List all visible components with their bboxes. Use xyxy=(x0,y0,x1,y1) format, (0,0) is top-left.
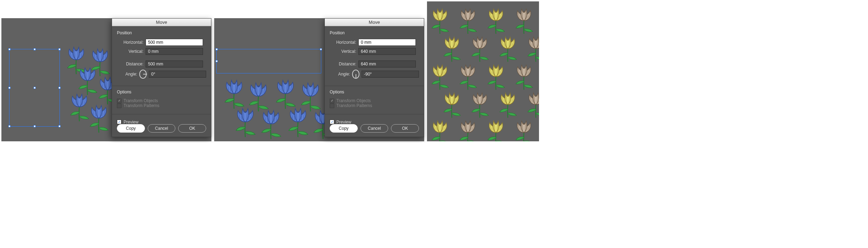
cancel-button[interactable]: Cancel xyxy=(360,124,388,133)
ok-button[interactable]: OK xyxy=(391,124,419,133)
angle-input[interactable] xyxy=(362,71,419,78)
options-heading: Options xyxy=(330,90,419,94)
transform-patterns-label: Transform Patterns xyxy=(124,103,159,108)
move-dialog-1: Move Position Horizontal: Vertical: Dist… xyxy=(112,18,211,137)
flower-cluster-blue xyxy=(57,39,117,141)
position-heading: Position xyxy=(330,30,419,35)
transform-objects-checkbox: Transform Objects xyxy=(117,98,158,103)
horizontal-input[interactable] xyxy=(358,39,416,46)
preview-label: Preview xyxy=(336,120,351,125)
checkbox-icon xyxy=(330,99,334,103)
handle-ml[interactable] xyxy=(216,60,218,62)
angle-label: Angle: xyxy=(117,72,137,77)
checkbox-icon xyxy=(117,104,121,108)
vertical-label: Vertical: xyxy=(330,49,356,54)
transform-patterns-checkbox: Transform Patterns xyxy=(330,103,372,108)
vertical-input[interactable] xyxy=(358,48,416,55)
canvas-result xyxy=(427,1,539,141)
copy-button[interactable]: Copy xyxy=(330,124,358,133)
transform-objects-checkbox: Transform Objects xyxy=(330,98,371,103)
checkbox-icon xyxy=(117,120,121,124)
horizontal-label: Horizontal: xyxy=(117,40,144,45)
ok-button[interactable]: OK xyxy=(178,124,206,133)
transform-objects-label: Transform Objects xyxy=(336,98,371,103)
flower-pattern xyxy=(427,1,539,141)
preview-checkbox[interactable]: Preview xyxy=(117,120,139,125)
selection-rect[interactable] xyxy=(216,49,321,73)
handle-bl[interactable] xyxy=(8,125,10,127)
vertical-input[interactable] xyxy=(146,48,203,55)
preview-checkbox[interactable]: Preview xyxy=(330,120,351,125)
dialog-title[interactable]: Move xyxy=(325,19,424,26)
checkbox-icon xyxy=(330,120,334,124)
options-heading: Options xyxy=(117,90,206,94)
transform-patterns-checkbox: Transform Patterns xyxy=(117,103,159,108)
distance-input[interactable] xyxy=(358,61,416,68)
transform-patterns-label: Transform Patterns xyxy=(336,103,372,108)
vertical-label: Vertical: xyxy=(117,49,144,54)
move-dialog-2: Move Position Horizontal: Vertical: Dist… xyxy=(324,18,424,137)
preview-label: Preview xyxy=(124,120,139,125)
selection-rect[interactable] xyxy=(9,49,60,127)
transform-objects-label: Transform Objects xyxy=(124,98,158,103)
distance-input[interactable] xyxy=(146,61,203,68)
cancel-button[interactable]: Cancel xyxy=(148,124,176,133)
angle-needle xyxy=(143,74,147,75)
handle-tl[interactable] xyxy=(8,48,10,50)
handle-center[interactable] xyxy=(34,87,36,89)
checkbox-icon xyxy=(330,104,334,108)
distance-label: Distance: xyxy=(330,62,356,66)
angle-needle xyxy=(356,74,356,78)
copy-button[interactable]: Copy xyxy=(117,124,145,133)
handle-tr[interactable] xyxy=(320,48,322,50)
angle-dial[interactable] xyxy=(139,70,147,79)
position-heading: Position xyxy=(117,30,206,35)
horizontal-input[interactable] xyxy=(146,39,203,46)
checkbox-icon xyxy=(117,99,121,103)
handle-tm[interactable] xyxy=(34,48,36,50)
handle-bm[interactable] xyxy=(34,125,36,127)
horizontal-label: Horizontal: xyxy=(330,40,356,45)
angle-label: Angle: xyxy=(330,72,350,77)
handle-tl[interactable] xyxy=(216,48,218,50)
flower-grid-blue xyxy=(216,73,328,141)
handle-ml[interactable] xyxy=(8,87,10,89)
dialog-title[interactable]: Move xyxy=(112,19,211,26)
distance-label: Distance: xyxy=(117,62,144,66)
angle-input[interactable] xyxy=(149,71,206,78)
angle-dial[interactable] xyxy=(352,70,359,79)
